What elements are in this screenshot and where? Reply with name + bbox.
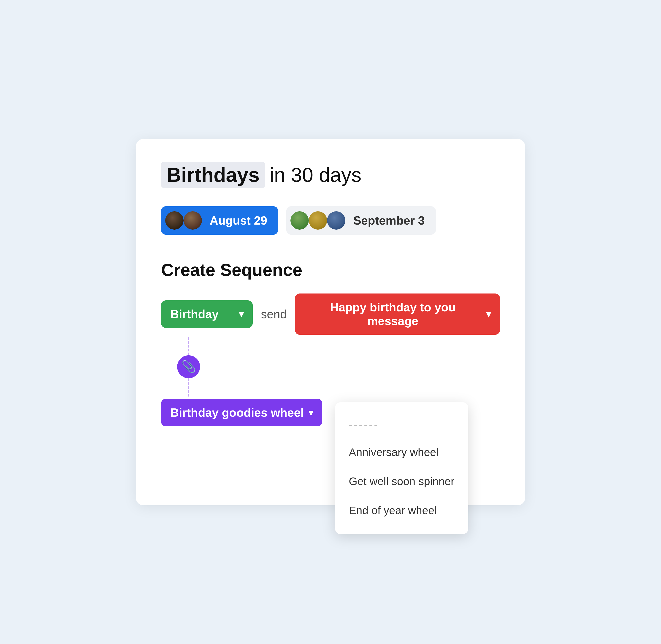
- goodies-chevron-icon: ▾: [309, 407, 313, 418]
- avatar-1: [165, 211, 184, 230]
- avatar-3: [290, 211, 309, 230]
- date-sep3-label: September 3: [353, 214, 425, 227]
- title-rest: in 30 days: [269, 163, 361, 187]
- dropdown-divider: ------: [335, 411, 468, 438]
- dotted-line-top: [188, 337, 189, 355]
- date-buttons-row: August 29 September 3: [161, 206, 500, 235]
- avatars-sep3: [290, 211, 346, 230]
- goodies-wheel-label: Birthday goodies wheel: [170, 406, 304, 419]
- trigger-dropdown[interactable]: Birthday ▾: [161, 300, 253, 328]
- connector-area: 📎: [175, 337, 500, 396]
- paperclip-icon: 📎: [181, 360, 196, 374]
- sequence-row-1: Birthday ▾ send Happy birthday to you me…: [161, 294, 500, 335]
- avatars-aug29: [165, 211, 202, 230]
- trigger-label: Birthday: [170, 307, 218, 321]
- goodies-wheel-dropdown[interactable]: Birthday goodies wheel ▾: [161, 399, 322, 426]
- dropdown-menu: ------ Anniversary wheel Get well soon s…: [335, 402, 468, 534]
- dropdown-item-endofyear[interactable]: End of year wheel: [335, 496, 468, 525]
- date-aug29-label: August 29: [210, 214, 267, 227]
- title-highlight: Birthdays: [161, 162, 265, 188]
- clip-icon-wrapper: 📎: [177, 355, 200, 378]
- dropdown-item-anniversary[interactable]: Anniversary wheel: [335, 438, 468, 467]
- avatar-2: [184, 211, 202, 230]
- send-label: send: [261, 307, 287, 321]
- trigger-chevron-icon: ▾: [239, 309, 243, 319]
- avatar-5: [327, 211, 346, 230]
- date-button-sep3[interactable]: September 3: [286, 206, 435, 235]
- date-button-aug29[interactable]: August 29: [161, 206, 278, 235]
- main-card: Birthdays in 30 days August 29 September…: [136, 139, 525, 505]
- message-chevron-icon: ▾: [486, 309, 491, 319]
- page-title: Birthdays in 30 days: [161, 162, 500, 188]
- dropdown-item-getwell[interactable]: Get well soon spinner: [335, 467, 468, 496]
- avatar-4: [309, 211, 327, 230]
- create-sequence-title: Create Sequence: [161, 260, 500, 280]
- message-label: Happy birthday to you message: [304, 300, 481, 328]
- message-dropdown[interactable]: Happy birthday to you message ▾: [295, 294, 500, 335]
- dotted-line-bottom: [188, 378, 189, 396]
